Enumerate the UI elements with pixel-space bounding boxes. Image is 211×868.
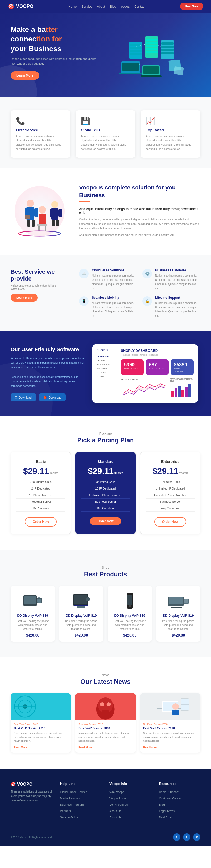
- plan-feature: Personal Server: [16, 498, 65, 505]
- best-service-cta[interactable]: Learn More: [10, 294, 38, 302]
- sidebar-item-dashboard[interactable]: DASHBOARD: [97, 354, 118, 359]
- shop-title: Best Products: [10, 570, 201, 578]
- footer-link[interactable]: Why Voopo: [109, 789, 151, 794]
- footer-voopo-links: Why Voopo Voopo Pricing VoIP Features Ab…: [109, 789, 151, 819]
- hero-cta-button[interactable]: Learn More: [10, 71, 39, 80]
- footer-resources-col: Resources Dealer Support Customer Center…: [159, 782, 201, 821]
- sidebar-item-reports[interactable]: REPORTS: [97, 366, 118, 370]
- footer-link[interactable]: Cloud Phone Service: [60, 789, 102, 794]
- news-link-3[interactable]: Read More: [143, 746, 157, 749]
- pricing-card-standard: Standard $29.11 /month Unlimited Calls 1…: [75, 452, 136, 534]
- svg-rect-48: [175, 388, 177, 397]
- product-name-3: DD Display VoIP S19: [112, 614, 148, 618]
- plan-feature: Unlimited Phone Number: [81, 492, 130, 498]
- svg-point-66: [129, 605, 131, 607]
- svg-rect-49: [178, 385, 181, 397]
- dashboard-bar-chart: REVENUE GROWTH 2017-2018: [170, 378, 194, 399]
- software-section: Our User Friendly Software We aspire to …: [0, 331, 211, 416]
- service-desc-first: At vero eos accusamus iusto odio digniss…: [16, 134, 65, 151]
- plan-feature: Unlimited Calls: [146, 479, 195, 485]
- nav-cta-button[interactable]: Buy Now: [180, 3, 203, 10]
- footer-link[interactable]: Business Program: [60, 802, 102, 807]
- sidebar-item-settings[interactable]: SETTINGS: [97, 370, 118, 374]
- svg-rect-45: [56, 220, 59, 226]
- product-desc-1: Best VoIP calling the phone with premium…: [15, 619, 50, 631]
- social-linkedin[interactable]: in: [193, 833, 201, 841]
- nav-item-service[interactable]: Service: [81, 4, 92, 9]
- footer-link[interactable]: Partners: [60, 808, 102, 813]
- footer-copyright: © 2018 Voopo. All Rights Reserved.: [10, 836, 52, 839]
- plan-order-basic[interactable]: Order Now: [25, 517, 57, 527]
- best-service-title: Best Service we provide: [10, 269, 69, 282]
- nav-item-about[interactable]: About: [97, 4, 105, 9]
- product-name-2: DD Display VoIP S19: [63, 614, 99, 618]
- news-title-3: Best VoiP Service 2018: [143, 726, 197, 730]
- svg-rect-60: [74, 595, 87, 604]
- dashboard-card-sales-value: 5390: [124, 362, 141, 368]
- svg-rect-18: [119, 73, 142, 74]
- footer-link[interactable]: VoIP Features: [109, 802, 151, 807]
- best-item-support-text: Lifetime Support Nullam maximus purus a …: [155, 296, 201, 318]
- footer-link[interactable]: Media Relations: [60, 796, 102, 800]
- sidebar-item-orders[interactable]: ORDERS: [97, 359, 118, 362]
- nav-item-home[interactable]: Home: [68, 4, 77, 9]
- footer-link[interactable]: About Us: [109, 808, 151, 813]
- footer-resources-title: Resources: [159, 782, 201, 786]
- product-card-1: DD Display VoIP S19 Best VoIP calling th…: [10, 586, 55, 642]
- best-item-mobile: 📱 Seamless Mobility Nullam maximus purus…: [79, 296, 137, 318]
- svg-point-40: [51, 201, 58, 208]
- plan-order-standard[interactable]: Order Now: [90, 517, 121, 525]
- nav-item-blog[interactable]: Blog: [110, 4, 116, 9]
- social-twitter[interactable]: t: [183, 833, 190, 841]
- svg-rect-9: [146, 48, 158, 50]
- best-icon-mobile: 📱: [79, 297, 89, 306]
- best-item-biz-text: Business Customize Nullam maximus purus …: [155, 269, 201, 290]
- nav-item-pages[interactable]: pages: [121, 4, 130, 9]
- dashboard-card-orders-label: NEW ORDERS: [149, 368, 166, 370]
- news-link-1[interactable]: Read More: [14, 746, 27, 749]
- svg-rect-2: [130, 47, 142, 49]
- logo[interactable]: 🎯 VOOPO: [8, 3, 34, 9]
- footer-link[interactable]: Blog: [159, 802, 201, 807]
- bar-chart-svg: [170, 383, 194, 398]
- sidebar-item-new-product[interactable]: NEW PRODUCT: [97, 362, 118, 366]
- footer-voopo-title: Voopo Info: [109, 782, 151, 786]
- footer-link[interactable]: Service Guide: [60, 815, 102, 819]
- footer-link[interactable]: Dealer Support: [159, 789, 201, 794]
- svg-point-91: [172, 703, 179, 710]
- news-section: News Our Latest News Best Voip Service: [0, 657, 211, 769]
- social-facebook[interactable]: f: [173, 833, 180, 841]
- svg-point-61: [86, 597, 90, 601]
- svg-point-84: [100, 702, 104, 707]
- footer-link[interactable]: Customer Center: [159, 796, 201, 800]
- news-link-2[interactable]: Read More: [78, 746, 92, 749]
- pricing-card-basic: Basic $29.11 /month 780 Minute Calls 2 I…: [10, 452, 71, 534]
- svg-rect-7: [146, 42, 158, 44]
- navbar: 🎯 VOOPO Home Service About Blog pages Co…: [0, 0, 211, 13]
- plan-price-basic: $29.11: [23, 466, 49, 476]
- sidebar-item-signout[interactable]: SIGN OUT: [97, 374, 118, 378]
- nav-item-contact[interactable]: Contact: [134, 4, 145, 9]
- logo-text: VOOPO: [16, 4, 34, 9]
- svg-rect-15: [162, 52, 174, 54]
- plan-name-standard: Standard: [81, 460, 130, 464]
- dashboard-main: SHOPLY DASHBOARD Revenue | Sales | Order…: [121, 349, 194, 399]
- svg-rect-56: [37, 599, 41, 602]
- plan-order-enterprise[interactable]: Order Now: [154, 517, 186, 527]
- logo-icon: 🎯: [8, 3, 14, 9]
- plan-feature: 10 IP Dedicated: [81, 485, 130, 492]
- phone-svg-4: [167, 591, 190, 610]
- footer-link[interactable]: Legal Terms: [159, 808, 201, 813]
- footer-link[interactable]: About Us: [109, 815, 151, 819]
- footer-link[interactable]: Deal Chat: [159, 815, 201, 819]
- product-card-4: DD Display VoIP S19 Best VoIP calling th…: [156, 586, 201, 642]
- news-img-svg-3: [140, 693, 201, 720]
- hero-content: Make a batter connection for your Busine…: [10, 25, 100, 80]
- news-title-2: Best VoiP Service 2018: [78, 726, 132, 730]
- news-card-1: Best Voip Service 2018 Best VoiP Service…: [10, 693, 71, 753]
- footer-resources-links: Dealer Support Customer Center Blog Lega…: [159, 789, 201, 819]
- about-text-2: And equal blame duly belongs to those wh…: [79, 233, 201, 237]
- plan-features-standard: Unlimited Calls 10 IP Dedicated Unlimite…: [81, 479, 130, 512]
- footer-logo: 🎯 VOOPO: [10, 782, 52, 787]
- footer-link[interactable]: Voopo Pricing: [109, 796, 151, 800]
